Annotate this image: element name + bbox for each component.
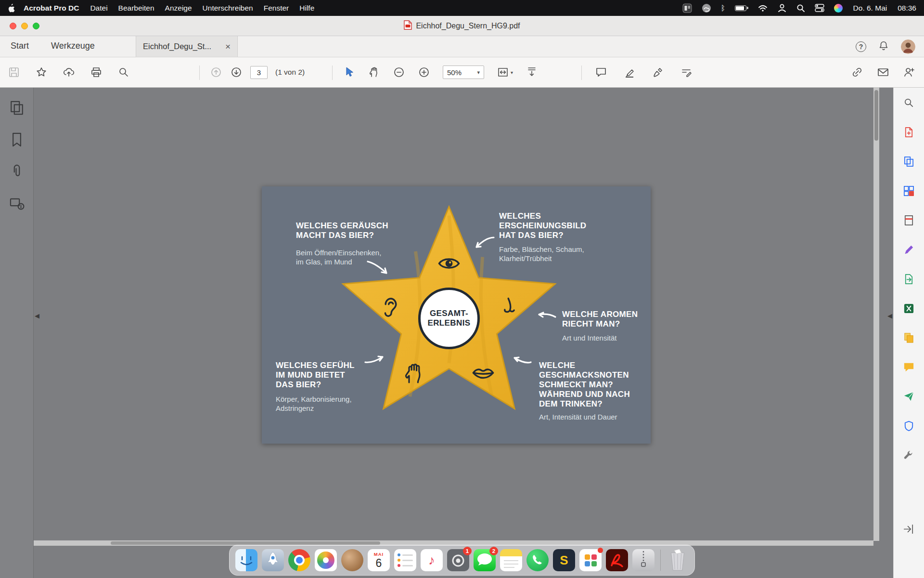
send-review-icon[interactable]: [899, 387, 919, 406]
more-tools-icon[interactable]: [899, 446, 919, 465]
camera-app-icon[interactable]: 1: [447, 549, 469, 571]
bookmarks-icon[interactable]: [9, 131, 25, 150]
menubar-time[interactable]: 08:36: [898, 4, 916, 13]
music-icon[interactable]: ♪: [421, 549, 443, 571]
find-icon[interactable]: [117, 66, 130, 79]
spotlight-icon[interactable]: [796, 4, 805, 13]
reminders-icon[interactable]: [394, 549, 416, 571]
messages-icon[interactable]: 2: [474, 549, 496, 571]
spreadsheet-export-icon[interactable]: [899, 299, 919, 318]
app-name[interactable]: Acrobat Pro DC: [24, 4, 79, 13]
organize-pages-icon[interactable]: [899, 181, 919, 200]
next-page-icon[interactable]: [230, 66, 243, 79]
zoom-in-icon[interactable]: [418, 66, 430, 79]
control-center-icon[interactable]: [815, 4, 824, 12]
favorites-star-icon[interactable]: [35, 66, 48, 79]
page-number-input[interactable]: [250, 66, 268, 79]
expand-right-panel-icon[interactable]: ◀: [887, 312, 892, 319]
apple-menu-icon[interactable]: [8, 3, 15, 13]
acrobat-icon[interactable]: [606, 549, 628, 571]
collapse-left-panel-icon[interactable]: ◀: [35, 312, 39, 319]
print-icon[interactable]: [90, 66, 103, 79]
messages-badge: 2: [489, 547, 498, 555]
menu-datei[interactable]: Datei: [90, 4, 107, 13]
notifications-bell-icon[interactable]: [878, 40, 889, 53]
block-sound: WELCHES GERÄUSCH MACHT DAS BIER? Beim Öf…: [296, 221, 416, 266]
calendar-icon[interactable]: MAI 6: [368, 549, 390, 571]
share-cloud-icon[interactable]: [63, 66, 75, 79]
share-documents-icon[interactable]: [899, 328, 919, 347]
menu-anzeige[interactable]: Anzeige: [165, 4, 192, 13]
scroll-mode-icon[interactable]: [526, 66, 538, 79]
menu-hilfe[interactable]: Hilfe: [299, 4, 314, 13]
notes-icon[interactable]: [500, 549, 522, 571]
s-logo-app-icon[interactable]: S: [553, 549, 575, 571]
fit-width-icon[interactable]: ▾: [497, 66, 513, 79]
comment-icon[interactable]: [595, 66, 607, 79]
output-info-icon[interactable]: [9, 195, 25, 213]
bluetooth-icon[interactable]: ᛒ: [721, 4, 725, 12]
tab-document[interactable]: Eichhof_Degu_St... ×: [136, 36, 238, 57]
block-mouthfeel: WELCHES GEFÜHL IM MUND BIETET DAS BIER? …: [276, 361, 396, 413]
previous-page-icon[interactable]: [210, 66, 222, 79]
collapse-tools-pane-icon[interactable]: [899, 519, 919, 539]
fill-sign-icon[interactable]: [680, 66, 693, 79]
right-tools-rail: [893, 88, 924, 578]
vertical-scrollbar-thumb[interactable]: [874, 90, 878, 141]
menu-fenster[interactable]: Fenster: [264, 4, 289, 13]
finder-icon[interactable]: [235, 549, 257, 571]
document-viewer: GESAMT- ERLEBNIS WELCHES GERÄUSCH MACHT …: [34, 88, 893, 578]
user-avatar[interactable]: [901, 39, 915, 54]
save-icon[interactable]: [8, 66, 20, 79]
share-link-icon[interactable]: [851, 66, 863, 79]
menubar-date[interactable]: Do. 6. Mai: [853, 4, 887, 13]
tab-werkzeuge[interactable]: Werkzeuge: [51, 41, 95, 51]
edit-pdf-icon[interactable]: [899, 240, 919, 259]
arrow-taste: [512, 354, 533, 366]
attachments-icon[interactable]: [9, 163, 25, 182]
protect-pdf-icon[interactable]: [899, 416, 919, 435]
comment-tool-icon[interactable]: [899, 357, 919, 377]
center-line1: GESAMT-: [430, 309, 468, 318]
design-app-icon[interactable]: [579, 549, 602, 571]
media-app-icon[interactable]: [341, 549, 363, 571]
combine-files-icon[interactable]: [899, 152, 919, 171]
wifi-icon[interactable]: [758, 4, 768, 12]
lips-icon: [471, 360, 496, 385]
export-pdf-icon[interactable]: [899, 269, 919, 289]
sign-pen-icon[interactable]: [652, 66, 664, 79]
tab-start[interactable]: Start: [11, 41, 29, 51]
trash-icon[interactable]: [667, 549, 689, 571]
zoom-out-icon[interactable]: [393, 66, 405, 79]
photos-icon[interactable]: [315, 549, 337, 571]
battery-icon[interactable]: [735, 5, 748, 11]
enhance-scans-icon[interactable]: [899, 210, 919, 230]
search-tools-icon[interactable]: [899, 93, 919, 112]
select-tool-icon[interactable]: [343, 66, 355, 79]
page-count-label: (1 von 2): [275, 68, 305, 77]
highlight-icon[interactable]: [623, 66, 636, 79]
user-account-icon[interactable]: [777, 3, 787, 13]
launchpad-icon[interactable]: [262, 549, 284, 571]
close-tab-icon[interactable]: ×: [225, 41, 231, 52]
vertical-scrollbar[interactable]: [873, 88, 879, 541]
horizontal-scrollbar-thumb[interactable]: [111, 541, 380, 545]
window-manager-icon[interactable]: [682, 3, 692, 13]
help-icon[interactable]: ?: [856, 41, 866, 52]
chrome-icon[interactable]: [288, 549, 310, 571]
menu-unterschreiben[interactable]: Unterschreiben: [203, 4, 253, 13]
assistant-icon[interactable]: [834, 4, 843, 13]
menu-bearbeiten[interactable]: Bearbeiten: [118, 4, 154, 13]
block-appearance: WELCHES ERSCHEINUNGSBILD HAT DAS BIER? F…: [499, 211, 619, 263]
zoom-level-select[interactable]: 50% ▾: [443, 66, 484, 79]
page-thumbnails-icon[interactable]: [9, 100, 25, 118]
creative-cloud-icon[interactable]: [702, 3, 711, 13]
chevron-down-icon: ▾: [477, 69, 480, 76]
archive-utility-icon[interactable]: [632, 549, 654, 571]
left-panel-rail: [0, 88, 34, 578]
hand-tool-icon[interactable]: [368, 66, 380, 79]
email-icon[interactable]: [877, 66, 889, 79]
whatsapp-icon[interactable]: [526, 549, 549, 571]
create-pdf-icon[interactable]: [899, 122, 919, 142]
share-people-icon[interactable]: [903, 66, 915, 79]
